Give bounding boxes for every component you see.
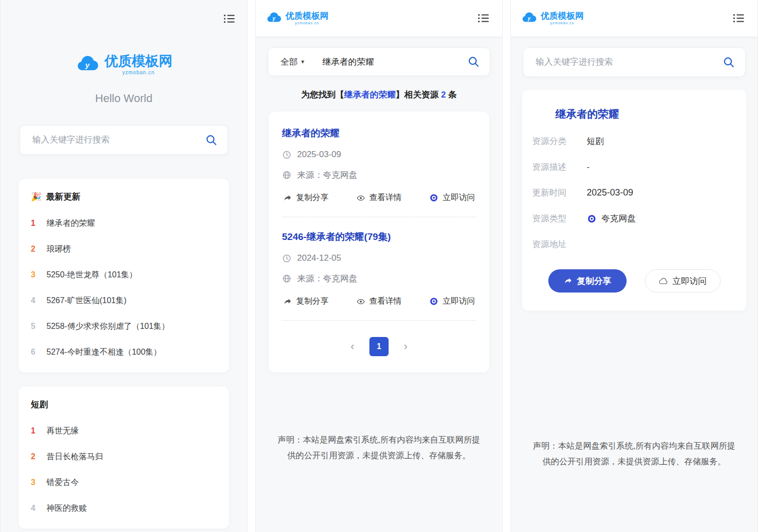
field-updated: 更新时间 2025-03-09 bbox=[532, 187, 736, 199]
resource-detail-card: 继承者的荣耀 资源分类 短剧 资源描述 - 更新时间 2025-03-09 资源… bbox=[522, 90, 746, 311]
menu-icon bbox=[223, 12, 236, 25]
site-domain: yzmoban.cn bbox=[550, 21, 575, 25]
field-label: 更新时间 bbox=[532, 187, 587, 199]
list-item[interactable]: 2 昔日长枪落马归 bbox=[31, 452, 217, 462]
rank-number: 3 bbox=[31, 477, 39, 488]
list-item-label: 5250-绝世龙尊（101集） bbox=[46, 270, 137, 280]
site-name: 优质模板网 bbox=[105, 54, 173, 68]
result-item: 继承者的荣耀 2025-03-09 来源：夸克网盘 复制分享 bbox=[282, 127, 476, 203]
menu-button[interactable] bbox=[221, 10, 238, 27]
copy-share-button[interactable]: 复制分享 bbox=[283, 296, 328, 307]
dashed-divider bbox=[282, 320, 476, 321]
panel-search-results: 优质模板网 yzmoban.cn 全部 ▾ 为您找到【继承者的荣耀】相关资源 2… bbox=[255, 0, 503, 532]
visit-now-button[interactable]: 立即访问 bbox=[429, 296, 475, 307]
latest-title-text: 最新更新 bbox=[46, 191, 80, 203]
visit-now-label: 立即访问 bbox=[443, 296, 475, 307]
prev-page-button[interactable]: ‹ bbox=[351, 341, 354, 352]
summary-suffix: 条 bbox=[446, 90, 457, 100]
list-item-label: 昔日长枪落马归 bbox=[46, 452, 103, 462]
summary-prefix: 为您找到【 bbox=[301, 90, 344, 100]
clock-icon bbox=[282, 150, 292, 160]
site-logo[interactable]: 优质模板网 yzmoban.cn bbox=[266, 10, 328, 26]
logo-text: 优质模板网 yzmoban.cn bbox=[105, 54, 173, 75]
site-logo[interactable]: 优质模板网 yzmoban.cn bbox=[1, 53, 247, 77]
rank-number: 1 bbox=[31, 426, 39, 436]
copy-share-button[interactable]: 复制分享 bbox=[548, 269, 627, 293]
detail-search-input[interactable] bbox=[524, 57, 713, 67]
visit-now-button[interactable]: 立即访问 bbox=[429, 192, 475, 203]
search-icon bbox=[723, 56, 735, 68]
home-search-input[interactable] bbox=[20, 135, 195, 145]
rank-number: 2 bbox=[31, 244, 39, 254]
copy-share-label: 复制分享 bbox=[577, 275, 611, 287]
share-icon bbox=[283, 194, 292, 203]
list-item-label: 5274-今时重逢不相逢（100集） bbox=[46, 347, 162, 357]
menu-button[interactable] bbox=[730, 10, 747, 27]
list-item[interactable]: 4 神医的救赎 bbox=[31, 503, 217, 513]
list-item[interactable]: 4 5267-旷世医仙(101集) bbox=[31, 296, 217, 306]
visit-now-button[interactable]: 立即访问 bbox=[645, 269, 721, 293]
share-icon bbox=[283, 297, 292, 306]
panel-home: 优质模板网 yzmoban.cn Hello World 🎉 最新更新 1 继承… bbox=[0, 0, 248, 532]
field-label: 资源分类 bbox=[532, 135, 587, 147]
cloud-icon bbox=[658, 276, 668, 286]
results-card: 继承者的荣耀 2025-03-09 来源：夸克网盘 复制分享 bbox=[269, 112, 489, 372]
rank-number: 6 bbox=[31, 347, 39, 357]
result-title[interactable]: 5246-继承者的荣耀(79集) bbox=[282, 230, 476, 244]
list-item[interactable]: 1 继承者的荣耀 bbox=[31, 218, 217, 228]
detail-search-button[interactable] bbox=[713, 56, 745, 68]
home-search-bar bbox=[20, 125, 228, 155]
list-item-label: 继承者的荣耀 bbox=[46, 218, 95, 228]
cloud-logo-icon bbox=[266, 10, 282, 26]
field-value: - bbox=[587, 162, 590, 172]
list-item[interactable]: 6 5274-今时重逢不相逢（100集） bbox=[31, 347, 217, 357]
field-value: 夸克网盘 bbox=[587, 213, 636, 224]
visit-now-label: 立即访问 bbox=[673, 275, 707, 287]
list-item[interactable]: 2 琅琊榜 bbox=[31, 244, 217, 254]
search-icon bbox=[467, 56, 480, 68]
menu-button[interactable] bbox=[475, 10, 492, 27]
filter-label: 全部 bbox=[280, 56, 298, 68]
top-bar: 优质模板网 yzmoban.cn bbox=[511, 0, 757, 36]
home-search-button[interactable] bbox=[195, 134, 227, 146]
list-item[interactable]: 1 再世无缘 bbox=[31, 426, 217, 436]
list-item[interactable]: 3 错爱古今 bbox=[31, 477, 217, 488]
globe-icon bbox=[282, 274, 292, 283]
copy-share-button[interactable]: 复制分享 bbox=[283, 192, 328, 203]
chevron-down-icon: ▾ bbox=[301, 58, 304, 65]
search-input[interactable] bbox=[308, 57, 457, 67]
search-icon bbox=[205, 134, 217, 146]
result-summary: 为您找到【继承者的荣耀】相关资源 2 条 bbox=[256, 89, 502, 101]
current-page-button[interactable]: 1 bbox=[369, 337, 389, 356]
list-item[interactable]: 3 5250-绝世龙尊（101集） bbox=[31, 270, 217, 280]
list-item-label: 5267-旷世医仙(101集) bbox=[46, 296, 126, 306]
result-source: 来源：夸克网盘 bbox=[297, 169, 357, 181]
list-item[interactable]: 5 5258-傅少求求你别虐了（101集） bbox=[31, 321, 217, 331]
site-logo[interactable]: 优质模板网 yzmoban.cn bbox=[521, 10, 584, 26]
result-source-row: 来源：夸克网盘 bbox=[282, 273, 476, 284]
site-name: 优质模板网 bbox=[286, 12, 328, 21]
visit-now-label: 立即访问 bbox=[443, 192, 475, 203]
view-detail-label: 查看详情 bbox=[369, 296, 402, 307]
rank-number: 4 bbox=[31, 296, 39, 306]
logo-text: 优质模板网 yzmoban.cn bbox=[286, 12, 328, 25]
tagline: Hello World bbox=[1, 92, 247, 105]
disclaimer-text: 声明：本站是网盘索引系统,所有内容均来自互联网所提供的公开引用资源，未提供资源上… bbox=[276, 432, 482, 463]
next-page-button[interactable]: › bbox=[404, 341, 407, 352]
panel-resource-detail: 优质模板网 yzmoban.cn 继承者的荣耀 资源分类 短剧 资源描述 - bbox=[510, 0, 758, 532]
result-date-row: 2024-12-05 bbox=[282, 253, 476, 263]
search-button[interactable] bbox=[457, 56, 490, 68]
view-detail-button[interactable]: 查看详情 bbox=[356, 296, 402, 307]
view-detail-button[interactable]: 查看详情 bbox=[356, 192, 402, 203]
category-filter-dropdown[interactable]: 全部 ▾ bbox=[268, 56, 308, 68]
field-label: 资源地址 bbox=[532, 238, 587, 250]
result-title[interactable]: 继承者的荣耀 bbox=[282, 127, 476, 140]
summary-keyword: 继承者的荣耀 bbox=[344, 90, 396, 100]
result-item: 5246-继承者的荣耀(79集) 2024-12-05 来源：夸克网盘 复制分享 bbox=[282, 230, 476, 307]
clock-icon bbox=[282, 254, 292, 263]
detail-buttons: 复制分享 立即访问 bbox=[532, 269, 736, 293]
result-date: 2024-12-05 bbox=[297, 253, 341, 263]
detail-search-bar bbox=[523, 47, 745, 77]
eye-icon bbox=[356, 297, 365, 306]
target-icon bbox=[429, 193, 439, 203]
